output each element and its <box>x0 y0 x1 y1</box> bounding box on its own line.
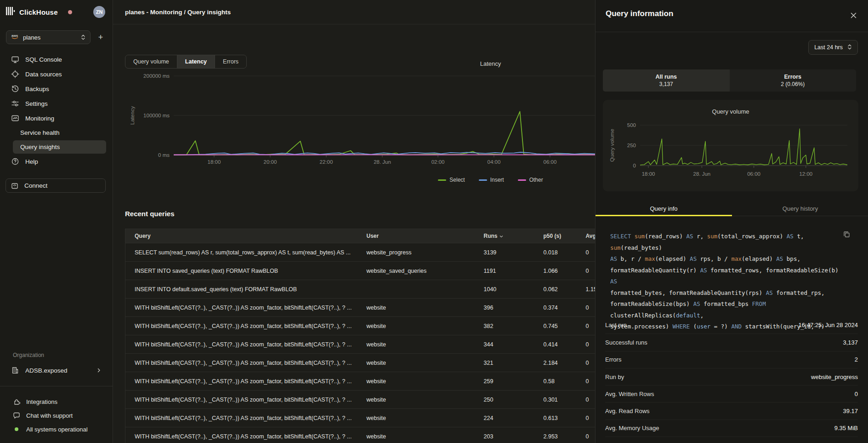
sidebar-item-label: Settings <box>25 100 48 107</box>
sidebar-item-settings[interactable]: Settings <box>0 96 113 111</box>
table-cell: website <box>357 299 475 317</box>
footer-item-label: Chat with support <box>26 412 73 419</box>
query-volume-card: Query volume 500250018:0028. Jun06:0012:… <box>603 100 858 191</box>
stat-row-avg-memory-usage: Avg. Memory Usage9.35 MiB <box>605 420 858 437</box>
sidebar-item-label: Monitoring <box>25 115 54 122</box>
column-header-user[interactable]: User <box>357 229 475 243</box>
table-cell: WITH bitShiftLeft(CAST(?..), _CAST(?..))… <box>125 335 357 354</box>
organization-name: ADSB.exposed <box>25 367 68 374</box>
time-range-row: Last 24 hrs <box>808 40 858 55</box>
sql-token: (elapsed) <box>742 255 776 262</box>
sidebar-item-monitoring[interactable]: Monitoring <box>0 111 113 126</box>
tab-query-history[interactable]: Query history <box>732 201 868 216</box>
sidebar-item-data-sources[interactable]: Data sources <box>0 67 113 81</box>
sql-token: AS <box>610 255 621 262</box>
sql-token: AS <box>690 255 700 262</box>
table-row[interactable]: WITH bitShiftLeft(CAST(?..), _CAST(?..))… <box>125 372 672 391</box>
legend-dash-icon <box>438 179 446 181</box>
table-cell: 259 <box>475 372 534 391</box>
svg-text:Query volume: Query volume <box>609 129 615 162</box>
aws-icon: aws <box>11 34 19 41</box>
sidebar-item-query-insights[interactable]: Query insights <box>13 140 106 154</box>
backups-icon <box>11 85 19 93</box>
stat-value: 3,137 <box>843 339 858 346</box>
copy-icon[interactable] <box>842 230 851 240</box>
stat-label: Run by <box>605 374 624 380</box>
chevron-updown-icon <box>847 44 852 52</box>
sidebar-item-label: SQL Console <box>25 56 62 63</box>
sidebar-item-service-health[interactable]: Service health <box>13 126 106 140</box>
legend-dash-icon <box>479 179 487 181</box>
table-row[interactable]: WITH bitShiftLeft(CAST(?..), _CAST(?..))… <box>125 335 672 354</box>
time-range-select[interactable]: Last 24 hrs <box>808 40 858 55</box>
table-row[interactable]: WITH bitShiftLeft(CAST(?..), _CAST(?..))… <box>125 409 672 427</box>
query-volume-chart[interactable]: 500250018:0028. Jun06:0012:00Query volum… <box>603 118 858 187</box>
table-cell: 203 <box>475 427 534 443</box>
table-cell: website <box>357 427 475 443</box>
service-selector[interactable]: aws planes <box>6 30 91 44</box>
table-row[interactable]: WITH bitShiftLeft(CAST(?..), _CAST(?..))… <box>125 299 672 317</box>
sidebar-item-label: Data sources <box>25 71 62 78</box>
brand-name: ClickHouse <box>19 8 58 16</box>
table-row[interactable]: WITH bitShiftLeft(CAST(?..), _CAST(?..))… <box>125 317 672 335</box>
table-cell: 0.018 <box>534 243 577 262</box>
svg-text:06:00: 06:00 <box>747 171 760 177</box>
sidebar: ClickHouse ZN aws planes + SQL Console <box>0 0 113 443</box>
system-status-item[interactable]: All systems operational <box>0 422 113 436</box>
segment-label: Errors <box>784 74 801 80</box>
sql-token: AS <box>693 300 704 307</box>
svg-text:100000 ms: 100000 ms <box>143 113 170 118</box>
segment-errors[interactable]: Errors 2 (0.06%) <box>730 69 857 92</box>
stat-label: Last run <box>605 322 627 328</box>
table-row[interactable]: INSERT INTO saved_queries (text) FORMAT … <box>125 262 672 280</box>
sql-token: t, <box>797 233 807 240</box>
sql-token: formatted_bytes, formatReadableQuantity(… <box>610 289 766 296</box>
legend-item-other[interactable]: Other <box>518 177 543 183</box>
add-service-button[interactable]: + <box>95 33 106 41</box>
page-title: planes - Monitoring / Query insights <box>125 9 231 16</box>
recent-queries-title: Recent queries <box>125 210 175 218</box>
column-header-query[interactable]: Query <box>125 229 357 243</box>
svg-text:Latency: Latency <box>130 106 135 125</box>
segment-value: 3,137 <box>659 81 673 87</box>
svg-text:22:00: 22:00 <box>320 159 333 165</box>
settings-icon <box>11 99 19 108</box>
sidebar-nav: SQL Console Data sources Backups Setting… <box>0 52 113 193</box>
sidebar-item-help[interactable]: Help <box>0 154 113 169</box>
legend-item-select[interactable]: Select <box>438 177 465 183</box>
table-cell: 396 <box>475 299 534 317</box>
column-header-p50-s-[interactable]: p50 (s) <box>534 229 577 243</box>
sidebar-bottom: Organization ADSB.exposed Integrations C… <box>0 351 113 443</box>
table-row[interactable]: INSERT INTO default.saved_queries (text)… <box>125 280 672 299</box>
table-cell: website <box>357 354 475 372</box>
svg-text:12:00: 12:00 <box>799 171 812 177</box>
connect-button[interactable]: Connect <box>6 178 106 193</box>
integrations-item[interactable]: Integrations <box>0 395 113 408</box>
svg-text:0 ms: 0 ms <box>158 152 170 158</box>
table-cell: 321 <box>475 354 534 372</box>
runs-errors-toggle: All runs 3,137 Errors 2 (0.06%) <box>603 69 856 92</box>
data-sources-icon <box>11 70 19 78</box>
chat-support-item[interactable]: Chat with support <box>0 408 113 422</box>
service-name: planes <box>23 34 40 41</box>
query-volume-canvas[interactable]: 500250018:0028. Jun06:0012:00Query volum… <box>603 118 858 187</box>
panel-title: Query information <box>606 9 673 18</box>
query-stats-list: Last run16:47:25, Jun 28 2024Successful … <box>605 316 858 443</box>
segment-all-runs[interactable]: All runs 3,137 <box>603 69 730 92</box>
query-information-panel: Query information Last 24 hrs All runs 3… <box>595 0 868 443</box>
sidebar-item-sql-console[interactable]: SQL Console <box>0 52 113 67</box>
column-header-runs[interactable]: Runs <box>475 229 534 243</box>
sidebar-item-backups[interactable]: Backups <box>0 81 113 96</box>
table-row[interactable]: WITH bitShiftLeft(CAST(?..), _CAST(?..))… <box>125 391 672 409</box>
table-row[interactable]: SELECT sum(read_rows) AS r, sum(total_ro… <box>125 243 672 262</box>
sidebar-item-label: Backups <box>25 86 49 92</box>
organization-item[interactable]: ADSB.exposed <box>0 362 113 378</box>
close-icon[interactable] <box>849 11 858 21</box>
avatar[interactable]: ZN <box>93 6 105 18</box>
table-row[interactable]: WITH bitShiftLeft(CAST(?..), _CAST(?..))… <box>125 427 672 443</box>
table-cell <box>357 280 475 299</box>
table-cell: WITH bitShiftLeft(CAST(?..), _CAST(?..))… <box>125 299 357 317</box>
table-row[interactable]: WITH bitShiftLeft(CAST(?..), _CAST(?..))… <box>125 354 672 372</box>
legend-item-insert[interactable]: Insert <box>479 177 504 183</box>
tab-query-info[interactable]: Query info <box>596 201 732 216</box>
